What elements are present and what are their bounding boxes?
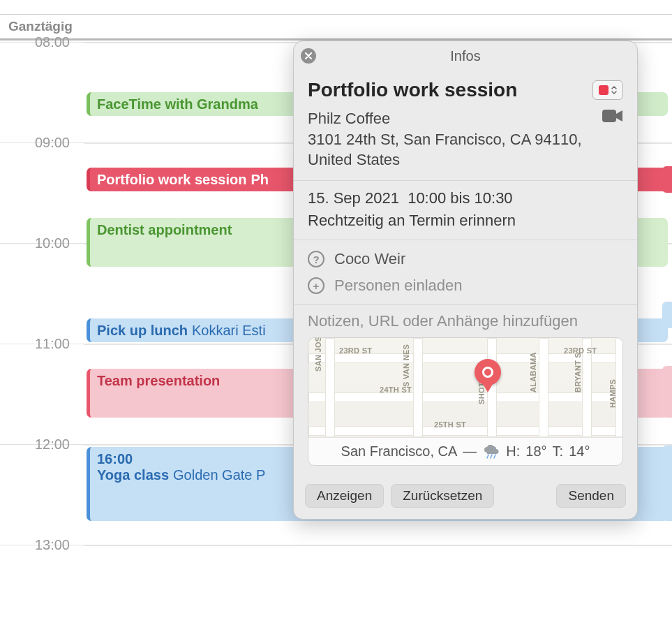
svg-rect-0 <box>602 110 616 122</box>
map-street-label: ALABAMA <box>529 352 537 392</box>
show-button[interactable]: Anzeigen <box>305 484 384 508</box>
attendees-section: ? Coco Weir + Personen einladen <box>294 240 637 305</box>
event-title: Portfolio work session <box>97 172 246 188</box>
question-icon: ? <box>308 251 324 267</box>
close-button[interactable] <box>301 48 316 64</box>
map-street-label: SAN JOSE <box>314 337 322 372</box>
hour-label: 10:00 <box>0 235 77 251</box>
calendar-color-picker[interactable] <box>592 80 623 100</box>
popover-header: Infos <box>294 41 637 71</box>
attendee-name: Coco Weir <box>334 250 405 268</box>
allday-row: Ganztägig <box>0 14 672 41</box>
alert-text[interactable]: Rechtzeitig an Termin erinnern <box>308 212 623 230</box>
event-title: FaceTime with Grandma <box>97 96 258 112</box>
map-street-label: S VAN NES <box>402 344 410 387</box>
event-title-section: Portfolio work session Philz Coffee 3101… <box>294 71 637 181</box>
popover-buttons: Anzeigen Zurücksetzen Senden <box>294 477 637 519</box>
hour-label: 11:00 <box>0 336 77 352</box>
map-street-label: 23RD ST <box>339 346 372 355</box>
send-button[interactable]: Senden <box>556 484 626 508</box>
hour-label: 13:00 <box>0 537 77 553</box>
event-title: Yoga class <box>97 467 169 483</box>
hour-label: 09:00 <box>0 135 77 151</box>
notes-input[interactable]: Notizen, URL oder Anhänge hinzufügen <box>308 312 623 330</box>
event-time-range: 10:00 bis 10:30 <box>408 189 512 207</box>
event-title: Team presentation <box>97 373 220 389</box>
hour-label: 08:00 <box>0 34 77 50</box>
map-pin-icon <box>475 359 501 395</box>
hour-label: 12:00 <box>0 436 77 453</box>
notes-section: Notizen, URL oder Anhänge hinzufügen 23R… <box>294 305 637 477</box>
separator: — <box>463 443 477 460</box>
weather-city: San Francisco, CA <box>341 443 458 460</box>
event-title: Pick up lunch <box>97 323 188 339</box>
invite-placeholder: Personen einladen <box>334 277 462 295</box>
close-icon <box>305 52 312 59</box>
event-peek <box>662 366 672 418</box>
invite-people-input[interactable]: + Personen einladen <box>308 272 623 299</box>
event-time: 16:00 <box>97 451 133 467</box>
event-location-inline: Golden Gate P <box>173 467 265 483</box>
map-street-label: 25TH ST <box>434 420 466 429</box>
chevron-updown-icon <box>611 86 617 94</box>
event-peek <box>662 166 672 193</box>
plus-icon: + <box>308 277 324 294</box>
location-name: Philz Coffee <box>308 108 587 129</box>
weather-low: 14° <box>569 443 590 460</box>
map-card[interactable]: 23RD ST 24TH ST 25TH ST 23RD ST SAN JOSE… <box>308 337 623 466</box>
attendee-row[interactable]: ? Coco Weir <box>308 246 623 272</box>
event-peek <box>662 302 672 328</box>
popover-title: Infos <box>450 48 480 64</box>
event-location-inline: Kokkari Esti <box>192 323 266 339</box>
event-peek <box>662 446 672 521</box>
event-title-input[interactable]: Portfolio work session <box>308 79 517 101</box>
color-swatch <box>599 85 608 95</box>
video-icon <box>602 108 623 124</box>
video-call-button[interactable] <box>602 108 623 126</box>
weather-high-label: H: <box>506 443 520 460</box>
map-street-label: HAMPS <box>608 379 617 408</box>
svg-line-1 <box>487 455 488 458</box>
map-street-label: BRYANT S <box>574 353 582 392</box>
location-address: 3101 24th St, San Francisco, CA 94110, U… <box>308 129 587 170</box>
event-location-inline: Ph <box>251 172 269 188</box>
rain-cloud-icon <box>482 445 500 459</box>
svg-line-2 <box>491 455 492 458</box>
weather-high: 18° <box>525 443 546 460</box>
weather-low-label: T: <box>553 443 564 460</box>
location-block[interactable]: Philz Coffee 3101 24th St, San Francisco… <box>308 108 587 170</box>
map-area[interactable]: 23RD ST 24TH ST 25TH ST 23RD ST SAN JOSE… <box>308 338 622 437</box>
event-info-popover: Infos Portfolio work session Philz Coffe… <box>293 41 638 520</box>
weather-row: San Francisco, CA — H:18° T:14° <box>308 437 622 465</box>
reset-button[interactable]: Zurücksetzen <box>391 484 494 508</box>
svg-line-3 <box>494 455 495 458</box>
event-title: Dentist appointment <box>97 222 232 238</box>
event-date: 15. Sep 2021 <box>308 189 399 207</box>
allday-label: Ganztägig <box>8 19 73 34</box>
datetime-section[interactable]: 15. Sep 2021 10:00 bis 10:30 Rechtzeitig… <box>294 181 637 240</box>
